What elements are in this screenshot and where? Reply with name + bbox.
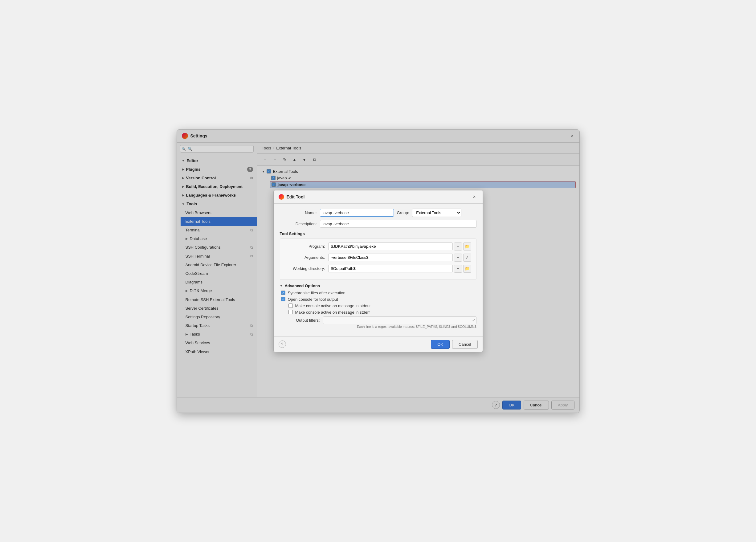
dialog-title-bar: Edit Tool ×	[274, 190, 483, 204]
hint-text: Each line is a regex, available macros: …	[280, 325, 476, 328]
output-filters-label: Output filters:	[280, 318, 320, 323]
group-label: Group:	[397, 210, 409, 215]
working-dir-row: Working directory: + 📁	[285, 265, 471, 273]
sync-files-label[interactable]: Synchronize files after execution	[288, 291, 345, 295]
description-label: Description:	[280, 222, 317, 226]
name-input[interactable]	[320, 209, 394, 217]
tool-settings-section: Program: + 📁 Arguments: + ⤢	[280, 238, 476, 280]
edit-tool-dialog: Edit Tool × Name: Group: External Tools	[273, 190, 483, 352]
arguments-row: Arguments: + ⤢	[285, 254, 471, 262]
open-console-checkbox[interactable]: ✓	[281, 297, 285, 301]
dialog-close-button[interactable]: ×	[471, 194, 477, 200]
group-select[interactable]: External Tools	[412, 209, 461, 217]
dialog-title-icon	[279, 194, 284, 200]
dialog-help-button[interactable]: ?	[279, 340, 286, 348]
active-stdout-row: Make console active on message in stdout	[280, 304, 476, 308]
arguments-input-wrap: + ⤢	[328, 254, 471, 262]
program-label: Program:	[285, 244, 325, 249]
name-row: Name: Group: External Tools	[280, 209, 476, 217]
program-row: Program: + 📁	[285, 242, 471, 251]
output-filters-row: Output filters: ⤢	[280, 316, 476, 324]
program-folder-btn[interactable]: 📁	[463, 242, 471, 251]
dialog-ok-button[interactable]: OK	[431, 340, 450, 349]
output-filters-input[interactable]	[323, 316, 476, 324]
settings-window: Settings × ▼ Editor ▶ Plugins	[177, 129, 580, 413]
working-dir-input[interactable]	[328, 265, 453, 272]
arguments-input[interactable]	[328, 254, 453, 261]
active-stderr-label[interactable]: Make console active on message in stderr	[295, 310, 370, 315]
arguments-expand-btn[interactable]: ⤢	[463, 254, 471, 262]
dialog-title-text: Edit Tool	[287, 194, 469, 199]
active-stdout-checkbox[interactable]	[288, 304, 293, 308]
advanced-section: ▼ Advanced Options ✓ Synchronize files a…	[280, 283, 476, 328]
working-dir-folder-btn[interactable]: 📁	[463, 265, 471, 273]
name-label: Name:	[280, 210, 317, 215]
working-dir-input-wrap: + 📁	[328, 265, 471, 273]
open-console-label[interactable]: Open console for tool output	[288, 297, 338, 302]
dialog-body: Name: Group: External Tools Description:	[274, 204, 483, 336]
working-dir-add-btn[interactable]: +	[454, 265, 462, 273]
advanced-arrow: ▼	[280, 284, 283, 287]
arguments-label: Arguments:	[285, 255, 325, 260]
output-expand-icon: ⤢	[472, 318, 475, 322]
working-dir-label: Working directory:	[285, 266, 325, 271]
program-input[interactable]	[328, 242, 453, 250]
advanced-header[interactable]: ▼ Advanced Options	[280, 283, 476, 288]
group-select-wrap: External Tools	[412, 209, 461, 217]
active-stderr-row: Make console active on message in stderr	[280, 310, 476, 315]
description-input[interactable]	[320, 220, 476, 228]
advanced-label: Advanced Options	[284, 283, 320, 288]
description-row: Description:	[280, 220, 476, 228]
dialog-cancel-button[interactable]: Cancel	[452, 340, 477, 349]
sync-files-checkbox[interactable]: ✓	[281, 291, 285, 295]
output-filters-input-wrap: ⤢	[323, 316, 476, 324]
open-console-row: ✓ Open console for tool output	[280, 297, 476, 302]
arguments-add-btn[interactable]: +	[454, 254, 462, 262]
active-stdout-label[interactable]: Make console active on message in stdout	[295, 304, 371, 308]
sync-files-row: ✓ Synchronize files after execution	[280, 291, 476, 295]
program-input-wrap: + 📁	[328, 242, 471, 251]
tool-settings-title: Tool Settings	[280, 231, 476, 236]
dialog-footer: ? OK Cancel	[274, 336, 483, 352]
active-stderr-checkbox[interactable]	[288, 310, 293, 314]
program-add-btn[interactable]: +	[454, 242, 462, 251]
dialog-overlay: Edit Tool × Name: Group: External Tools	[177, 130, 579, 413]
